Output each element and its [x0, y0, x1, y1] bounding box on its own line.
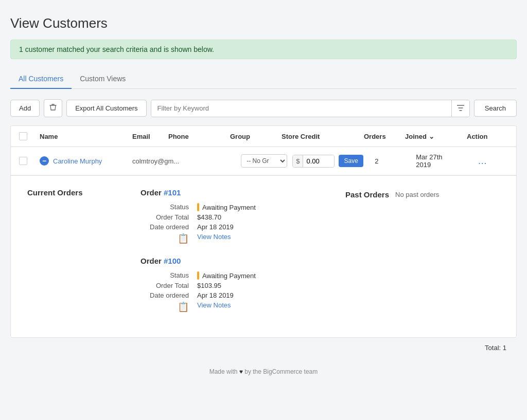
heart-icon: ♥	[239, 368, 243, 375]
save-credit-button[interactable]: Save	[339, 155, 363, 167]
order-title-100: Order #100	[140, 257, 335, 265]
search-button[interactable]: Search	[474, 100, 517, 117]
order-detail-section: Current Orders Order #101 Status Awaitin…	[11, 175, 516, 337]
total-label-100: Order Total	[140, 282, 197, 289]
date-label-100: Date ordered	[140, 291, 197, 299]
no-past-orders-text: No past orders	[395, 191, 439, 198]
col-header-phone: Phone	[168, 133, 230, 140]
group-select[interactable]: -- No Gr	[241, 154, 287, 168]
view-notes-link-100[interactable]: View Notes	[197, 301, 231, 309]
order-link-100[interactable]: #100	[164, 257, 181, 265]
orders-list: Order #101 Status Awaiting Payment Order…	[140, 188, 335, 325]
alert-message: 1 customer matched your search criteria …	[10, 40, 517, 59]
customer-name-link[interactable]: Caroline Murphy	[53, 157, 102, 165]
order-notes-row-100: 📋 View Notes	[140, 301, 335, 313]
tab-custom-views[interactable]: Custom Views	[72, 69, 134, 89]
filter-input[interactable]	[151, 100, 451, 116]
col-header-group: Group	[230, 133, 282, 140]
total-label: Total: 1	[485, 344, 506, 352]
view-notes-link-101[interactable]: View Notes	[197, 233, 231, 241]
dollar-symbol: $	[293, 155, 303, 167]
total-label-101: Order Total	[140, 213, 197, 221]
footer: Made with ♥ by the BigCommerce team	[10, 358, 517, 386]
order-status-row-100: Status Awaiting Payment	[140, 271, 335, 280]
current-orders-panel: Current Orders	[27, 188, 130, 325]
export-button[interactable]: Export All Customers	[66, 100, 146, 117]
past-orders-header: Past Orders No past orders	[345, 190, 500, 199]
status-label-100: Status	[140, 271, 197, 279]
status-value-100: Awaiting Payment	[197, 271, 256, 280]
filter-icon	[457, 105, 464, 111]
action-menu-button[interactable]: …	[478, 156, 517, 167]
order-date-row-100: Date ordered Apr 18 2019	[140, 291, 335, 299]
sort-icon: ⌄	[429, 133, 434, 140]
expand-toggle[interactable]: −	[40, 156, 49, 166]
footer-text: Made with ♥ by the BigCommerce team	[209, 368, 318, 375]
customers-table: Name Email Phone Group Store Credit Orde…	[10, 125, 517, 338]
date-value-101: Apr 18 2019	[197, 223, 234, 231]
order-notes-row-101: 📋 View Notes	[140, 233, 335, 244]
joined-label: Joined	[405, 133, 427, 140]
toolbar: Add Export All Customers Search	[10, 99, 517, 117]
clipboard-icon-100[interactable]: 📋	[178, 302, 189, 312]
status-value-101: Awaiting Payment	[197, 203, 256, 211]
filter-icon-button[interactable]	[451, 100, 469, 117]
delete-button[interactable]	[44, 99, 62, 117]
col-header-store-credit: Store Credit	[282, 133, 364, 140]
name-cell: − Caroline Murphy	[40, 156, 132, 166]
col-header-action: Action	[467, 133, 508, 140]
date-label-101: Date ordered	[140, 223, 197, 231]
clipboard-icon-101[interactable]: 📋	[178, 233, 189, 244]
total-value-101: $438.70	[197, 213, 221, 221]
status-bar-icon-100	[197, 271, 199, 280]
order-card-101: Order #101 Status Awaiting Payment Order…	[140, 188, 335, 244]
row-checkbox[interactable]	[19, 157, 40, 165]
customer-email: colmtroy@gm...	[132, 157, 179, 165]
date-value-100: Apr 18 2019	[197, 291, 234, 299]
current-orders-title: Current Orders	[27, 188, 130, 197]
tabs-bar: All Customers Custom Views	[10, 69, 517, 89]
col-header-name: Name	[40, 133, 132, 140]
total-value-100: $103.95	[197, 282, 221, 289]
order-card-100: Order #100 Status Awaiting Payment Order…	[140, 257, 335, 313]
credit-input[interactable]	[303, 155, 334, 167]
order-total-row-100: Order Total $103.95	[140, 282, 335, 289]
select-all-checkbox[interactable]	[19, 132, 40, 140]
trash-icon	[49, 104, 57, 111]
order-status-row-101: Status Awaiting Payment	[140, 203, 335, 211]
total-bar: Total: 1	[10, 338, 517, 358]
order-total-row-101: Order Total $438.70	[140, 213, 335, 221]
tab-all-customers[interactable]: All Customers	[10, 69, 72, 89]
credit-input-wrapper: $	[292, 155, 335, 168]
order-date-row-101: Date ordered Apr 18 2019	[140, 223, 335, 231]
group-cell[interactable]: -- No Gr	[241, 154, 292, 168]
past-orders-panel: Past Orders No past orders	[345, 188, 500, 325]
add-button[interactable]: Add	[10, 100, 40, 117]
status-label-101: Status	[140, 203, 197, 211]
order-title-101: Order #101	[140, 188, 335, 197]
notes-icon-cell-101: 📋	[140, 233, 197, 244]
col-header-joined[interactable]: Joined ⌄	[405, 133, 467, 140]
order-link-101[interactable]: #101	[164, 188, 181, 197]
notes-icon-cell-100: 📋	[140, 301, 197, 313]
col-header-email: Email	[132, 133, 168, 140]
page-title: View Customers	[10, 15, 517, 31]
joined-date: Mar 27th2019	[416, 153, 478, 169]
orders-count: 2	[375, 157, 416, 165]
col-header-orders: Orders	[364, 133, 405, 140]
table-header: Name Email Phone Group Store Credit Orde…	[11, 126, 516, 147]
past-orders-title: Past Orders	[345, 190, 389, 199]
filter-wrapper	[151, 100, 470, 117]
store-credit-cell: $ Save	[292, 155, 375, 168]
status-bar-icon	[197, 203, 199, 211]
table-row: − Caroline Murphy colmtroy@gm... -- No G…	[11, 147, 516, 175]
